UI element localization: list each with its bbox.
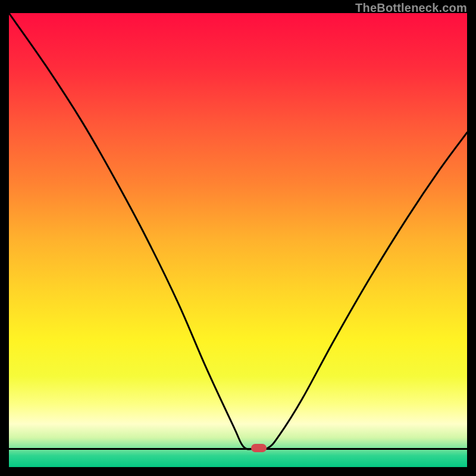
chart-frame: TheBottleneck.com [0, 0, 476, 476]
plot-area [9, 13, 467, 467]
bottleneck-curve [9, 13, 467, 449]
optimal-marker [251, 444, 267, 452]
curve-layer [9, 13, 467, 467]
